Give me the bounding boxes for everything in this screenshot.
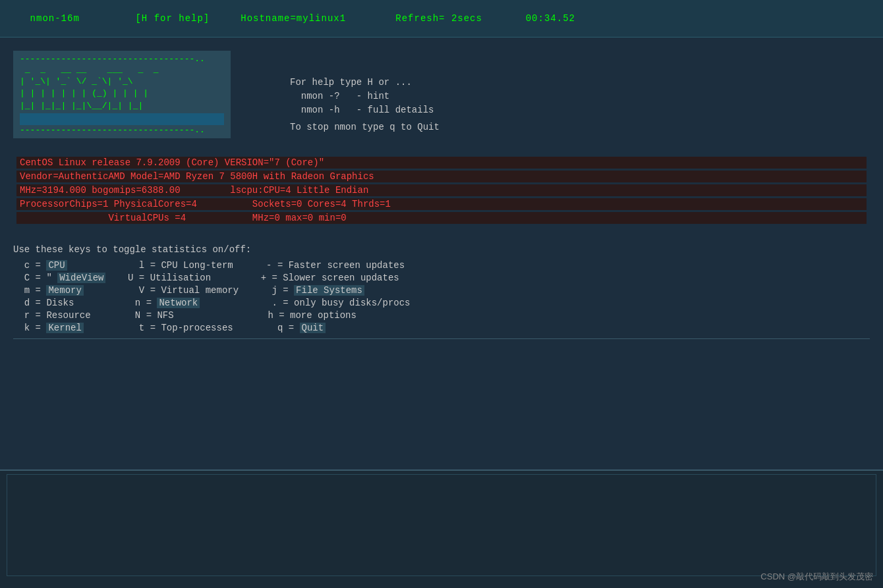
key-d: d = Disks n = Network . = only busy disk… xyxy=(13,298,411,308)
key-m: m = Memory V = Virtual memory j = File S… xyxy=(13,285,364,296)
sys-line-1: CentOS Linux release 7.9.2009 (Core) VER… xyxy=(16,157,867,169)
title-bar: nmon-16m [H for help] Hostname=mylinux1 … xyxy=(0,0,883,38)
keys-row-4: d = Disks n = Network . = only busy disk… xyxy=(13,298,870,308)
keys-row-6: k = Kernel t = Top-processes q = Quit xyxy=(13,323,870,333)
keys-title: Use these keys to toggle statistics on/o… xyxy=(13,244,870,255)
terminal-window: nmon-16m [H for help] Hostname=mylinux1 … xyxy=(0,0,883,588)
keys-row-2: C = " WideView U = Utilisation + = Slowe… xyxy=(13,273,870,283)
watermark: CSDN @敲代码敲到头发茂密 xyxy=(760,571,873,583)
title-text: nmon-16m [H for help] Hostname=mylinux1 … xyxy=(30,13,575,24)
help-line-3: nmon -h - full details xyxy=(290,105,440,115)
sys-line-5: VirtualCPUs =4 MHz=0 max=0 min=0 xyxy=(16,212,867,224)
keys-row-1: c = CPU l = CPU Long-term - = Faster scr… xyxy=(13,260,870,271)
keys-row-3: m = Memory V = Virtual memory j = File S… xyxy=(13,285,870,296)
logo-highlight-bar xyxy=(20,113,224,125)
help-line-4: To stop nmon type q to Quit xyxy=(290,122,440,132)
sys-line-3: MHz=3194.000 bogomips=6388.00 lscpu:CPU=… xyxy=(16,184,867,196)
help-panel: For help type H or ... nmon -? - hint nm… xyxy=(290,77,440,136)
bottom-terminal xyxy=(0,469,883,588)
help-line-2: nmon -? - hint xyxy=(290,91,440,101)
keys-row-5: r = Resource N = NFS h = more options xyxy=(13,310,870,321)
keys-section: Use these keys to toggle statistics on/o… xyxy=(13,244,870,333)
key-c: c = CPU l = CPU Long-term - = Faster scr… xyxy=(13,260,405,271)
sys-line-4: ProcessorChips=1 PhysicalCores=4 Sockets… xyxy=(16,198,867,210)
logo-dashes-bottom: ----------------------------------.. xyxy=(20,125,224,135)
separator-1 xyxy=(13,338,870,339)
bottom-inner xyxy=(7,474,876,576)
logo-section: ----------------------------------.. _ _… xyxy=(13,51,870,138)
logo-dashes-top: ----------------------------------.. xyxy=(20,54,224,64)
key-r: r = Resource N = NFS h = more options xyxy=(13,310,356,321)
sys-line-2: Vendor=AuthenticAMD Model=AMD Ryzen 7 58… xyxy=(16,171,867,182)
main-content: ----------------------------------.. _ _… xyxy=(0,38,883,469)
system-info: CentOS Linux release 7.9.2009 (Core) VER… xyxy=(13,151,870,231)
help-line-1: For help type H or ... xyxy=(290,77,440,88)
logo-box: ----------------------------------.. _ _… xyxy=(13,51,231,138)
key-k: k = Kernel t = Top-processes q = Quit xyxy=(13,323,326,333)
key-cap-c: C = " WideView U = Utilisation + = Slowe… xyxy=(13,273,399,283)
logo-ascii: _ _ __ __ ___ _ _ | '_\| '_` \/ _`\| '_\… xyxy=(20,64,224,112)
